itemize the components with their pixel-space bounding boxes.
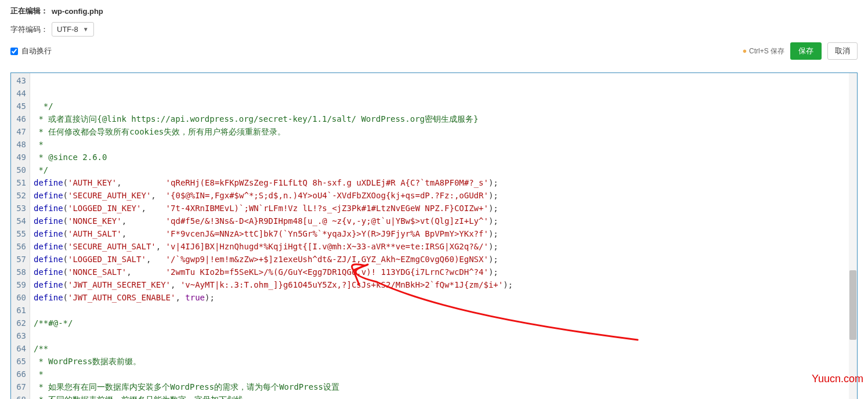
code-line[interactable]: */: [34, 164, 853, 176]
code-area[interactable]: */ * 或者直接访问{@link https://api.wordpress.…: [30, 73, 857, 399]
code-line[interactable]: define('AUTH_SALT', 'F*9vcenJ&=NNzA>ttC]…: [34, 227, 853, 240]
code-line[interactable]: define('LOGGED_IN_SALT', '/`%gwp9|!em!m&…: [34, 253, 853, 266]
code-line[interactable]: define('JWT_AUTH_SECRET_KEY', 'v~AyMT|k:…: [34, 278, 853, 291]
line-number: 51: [11, 176, 30, 189]
code-line[interactable]: define('JWT_AUTH_CORS_ENABLE', true);: [34, 291, 853, 304]
line-number: 58: [11, 266, 30, 278]
code-line[interactable]: [34, 329, 853, 342]
code-line[interactable]: define('NONCE_KEY', 'qd#f5e/&!3Ns&-D<A}R…: [34, 215, 853, 227]
scrollbar-thumb[interactable]: [849, 270, 856, 340]
line-number: 53: [11, 202, 30, 215]
line-number: 46: [11, 113, 30, 125]
encoding-value: UTF-8: [57, 25, 78, 34]
code-line[interactable]: /**: [34, 342, 853, 355]
code-line[interactable]: [34, 304, 853, 317]
code-line[interactable]: define('SECURE_AUTH_SALT', 'v|4IJ6]BX|Hz…: [34, 240, 853, 253]
code-line[interactable]: * 或者直接访问{@link https://api.wordpress.org…: [34, 113, 853, 125]
code-line[interactable]: * 不同的数据表前缀。前缀名只能为数字、字母加下划线。: [34, 393, 853, 399]
code-line[interactable]: * 任何修改都会导致所有cookies失效，所有用户将必须重新登录。: [34, 125, 853, 138]
editor-header: 正在编辑： wp-config.php 字符编码： UTF-8 ▼ 自动换行 ●…: [0, 0, 868, 69]
scrollbar-track[interactable]: [849, 73, 857, 399]
code-line[interactable]: */: [34, 100, 853, 113]
line-number: 47: [11, 125, 30, 138]
wrap-label: 自动换行: [21, 46, 52, 56]
code-line[interactable]: define('AUTH_KEY', 'qReRHj(E8=kFKpWZsZeg…: [34, 176, 853, 189]
line-number: 65: [11, 355, 30, 368]
line-number: 66: [11, 368, 30, 380]
filename: wp-config.php: [52, 7, 103, 16]
line-number: 61: [11, 304, 30, 317]
line-number: 60: [11, 291, 30, 304]
cancel-button[interactable]: 取消: [827, 42, 858, 60]
line-number: 67: [11, 380, 30, 393]
code-line[interactable]: * 如果您有在同一数据库内安装多个WordPress的需求，请为每个WordPr…: [34, 380, 853, 393]
line-number: 56: [11, 240, 30, 253]
code-line[interactable]: *: [34, 368, 853, 380]
watermark: Yuucn.com: [812, 373, 863, 385]
editing-label: 正在编辑：: [10, 6, 48, 16]
encoding-label: 字符编码：: [10, 24, 48, 35]
line-number: 54: [11, 215, 30, 227]
save-button[interactable]: 保存: [790, 42, 822, 60]
line-number: 64: [11, 342, 30, 355]
chevron-down-icon: ▼: [83, 26, 89, 32]
line-gutter: 4344454647484950515253545556575859606162…: [11, 73, 30, 399]
code-line[interactable]: * WordPress数据表前缀。: [34, 355, 853, 368]
code-line[interactable]: /**#@-*/: [34, 317, 853, 329]
line-number: 50: [11, 164, 30, 176]
save-hint: ● Ctrl+S 保存: [743, 46, 785, 56]
line-number: 52: [11, 189, 30, 202]
line-number: 48: [11, 138, 30, 151]
encoding-select[interactable]: UTF-8 ▼: [52, 22, 94, 37]
code-line[interactable]: define('SECURE_AUTH_KEY', '{0$@%IN=,Fgx#…: [34, 189, 853, 202]
code-line[interactable]: * @since 2.6.0: [34, 151, 853, 164]
line-number: 55: [11, 227, 30, 240]
line-number: 63: [11, 329, 30, 342]
code-line[interactable]: define('NONCE_SALT', '2wmTu KIo2b=f5SeKL…: [34, 266, 853, 278]
line-number: 49: [11, 151, 30, 164]
line-number: 44: [11, 87, 30, 100]
line-number: 62: [11, 317, 30, 329]
line-number: 59: [11, 278, 30, 291]
line-number: 57: [11, 253, 30, 266]
line-number: 43: [11, 74, 30, 87]
wrap-checkbox[interactable]: [10, 48, 18, 55]
code-line[interactable]: define('LOGGED_IN_KEY', '7t-4XRnIBMEvL)`…: [34, 202, 853, 215]
code-line[interactable]: *: [34, 138, 853, 151]
line-number: 45: [11, 100, 30, 113]
info-icon: ●: [743, 46, 747, 55]
line-number: 68: [11, 393, 30, 399]
code-editor[interactable]: 4344454647484950515253545556575859606162…: [10, 72, 858, 399]
